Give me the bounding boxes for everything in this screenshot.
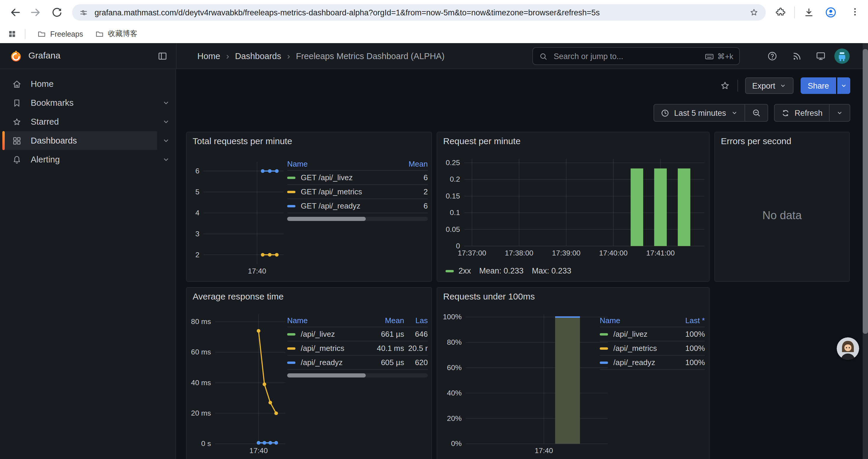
apps-grid-icon[interactable] — [8, 30, 17, 38]
site-settings-icon[interactable] — [79, 8, 88, 17]
bookmark-item[interactable]: 收藏博客 — [95, 29, 137, 39]
page-scrollbar[interactable] — [863, 43, 868, 459]
svg-text:17:39:00: 17:39:00 — [552, 249, 581, 257]
brand-section: Grafana — [0, 43, 177, 68]
series-swatch — [287, 333, 296, 335]
scrollbar-thumb[interactable] — [863, 49, 868, 334]
panel-request-per-minute[interactable]: Request per minute 0.250.20.150.10.05017… — [437, 132, 710, 282]
svg-text:17:37:00: 17:37:00 — [458, 249, 486, 257]
chevron-down-icon — [731, 109, 738, 117]
dock-menu-icon[interactable] — [157, 51, 168, 61]
table-row[interactable]: /api/_metrics100% — [600, 341, 705, 356]
average-response-legend-table: NameMeanLas/api/_livez661 µs646/api/_met… — [287, 314, 428, 378]
sidebar-item-dashboards[interactable]: Dashboards — [2, 131, 157, 150]
legend-series-name[interactable]: 2xx — [459, 266, 471, 275]
table-scrollbar-thumb[interactable] — [287, 373, 366, 378]
legend[interactable]: 2xx Mean: 0.233 Max: 0.233 — [445, 266, 571, 275]
chevron-down-icon — [840, 82, 847, 89]
grafana-logo-icon[interactable] — [9, 50, 23, 63]
time-range-picker[interactable]: Last 5 minutes — [654, 104, 745, 121]
reload-icon[interactable] — [51, 6, 63, 18]
chevron-down-icon[interactable] — [162, 136, 170, 145]
table-row[interactable]: /api/_livez100% — [600, 327, 705, 341]
search-input[interactable] — [553, 51, 700, 61]
news-rss-icon[interactable] — [792, 51, 802, 61]
dashboard-main: Export Share — [176, 69, 868, 459]
download-icon[interactable] — [804, 7, 814, 18]
search-icon — [539, 52, 548, 61]
column-header[interactable]: Mean — [368, 316, 404, 325]
browser-menu-icon[interactable] — [850, 6, 860, 17]
table-row[interactable]: /api/_readyz100% — [600, 356, 705, 370]
breadcrumb-item[interactable]: Dashboards — [235, 51, 281, 61]
browser-toolbar — [0, 0, 868, 25]
table-scrollbar[interactable] — [287, 217, 428, 221]
url-input[interactable] — [93, 7, 749, 18]
table-row[interactable]: /api/_readyz605 µs620 — [287, 356, 428, 370]
table-row[interactable]: GET /api/_livez6 — [287, 171, 428, 185]
legend-swatch — [445, 270, 454, 272]
table-row[interactable]: GET /api/_readyz6 — [287, 199, 428, 213]
breadcrumb-item[interactable]: Home — [197, 51, 220, 61]
export-button[interactable]: Export — [745, 77, 794, 94]
chevron-down-icon — [836, 109, 843, 117]
svg-text:0 s: 0 s — [201, 439, 211, 448]
bookmarks-icon — [12, 98, 22, 108]
folder-icon — [95, 30, 104, 38]
sidebar-item-starred[interactable]: Starred — [2, 112, 157, 131]
sidebar-item-alerting[interactable]: Alerting — [2, 150, 157, 169]
table-row[interactable]: /api/_metrics40.1 ms20.5 r — [287, 341, 428, 356]
refresh-button[interactable]: Refresh — [774, 104, 829, 121]
forward-icon[interactable] — [30, 6, 41, 18]
refresh-interval-button[interactable] — [829, 104, 850, 121]
back-icon[interactable] — [9, 6, 21, 18]
panel-title[interactable]: Errors per second — [721, 136, 791, 146]
column-header[interactable]: Name — [287, 159, 398, 168]
sidebar-item-bookmarks[interactable]: Bookmarks — [2, 93, 157, 112]
share-menu-button[interactable] — [837, 77, 850, 94]
sidebar-item-home[interactable]: Home — [2, 74, 157, 93]
profile-icon[interactable] — [825, 6, 837, 18]
favorite-star-icon[interactable] — [720, 80, 730, 91]
url-bar[interactable] — [72, 4, 766, 21]
table-scrollbar[interactable] — [287, 373, 428, 378]
help-icon[interactable] — [767, 51, 778, 61]
column-header[interactable]: Last * — [674, 316, 705, 325]
no-data-message: No data — [762, 209, 802, 222]
chevron-down-icon[interactable] — [162, 99, 170, 107]
brand-label[interactable]: Grafana — [28, 50, 60, 60]
bookmark-star-icon[interactable] — [749, 8, 759, 17]
column-header[interactable]: Name — [287, 316, 368, 325]
search-box[interactable]: ⌘+k — [532, 47, 740, 65]
svg-text:17:40:00: 17:40:00 — [599, 249, 628, 257]
chevron-down-icon[interactable] — [162, 155, 170, 164]
zoom-out-button[interactable] — [744, 104, 767, 121]
column-header[interactable]: Las — [404, 316, 428, 325]
legend-max: Max: 0.233 — [532, 266, 571, 275]
panel-total-requests[interactable]: Total requests per minute 6543217:40 Nam… — [186, 132, 432, 282]
svg-text:0.15: 0.15 — [446, 192, 460, 200]
panel-average-response-time[interactable]: Average response time 80 ms60 ms40 ms20 … — [186, 287, 432, 459]
panel-requests-under-100ms[interactable]: Requests under 100ms 100%80%60%40%20%0%1… — [437, 287, 710, 459]
sidebar-item-label: Starred — [31, 117, 59, 126]
svg-text:4: 4 — [195, 209, 199, 217]
floating-assistant-avatar[interactable] — [837, 337, 859, 360]
panel-errors-per-second[interactable]: Errors per second No data — [714, 132, 850, 282]
column-header[interactable]: Name — [600, 316, 674, 325]
chevron-down-icon[interactable] — [162, 118, 170, 126]
table-row[interactable]: GET /api/_metrics2 — [287, 185, 428, 199]
series-swatch — [287, 347, 296, 350]
table-scrollbar-thumb[interactable] — [287, 217, 366, 221]
extensions-icon[interactable] — [775, 7, 786, 18]
series-swatch — [287, 176, 296, 179]
column-header[interactable]: Mean — [398, 159, 428, 168]
breadcrumb-item[interactable]: Freeleaps Metrics Dashboard (ALPHA) — [296, 51, 445, 61]
series-swatch — [600, 333, 608, 335]
svg-text:17:41:00: 17:41:00 — [646, 249, 675, 257]
user-avatar[interactable] — [834, 48, 850, 64]
svg-text:17:40: 17:40 — [248, 267, 266, 275]
monitor-icon[interactable] — [815, 51, 826, 61]
table-row[interactable]: /api/_livez661 µs646 — [287, 327, 428, 341]
bookmark-item[interactable]: Freeleaps — [37, 30, 83, 38]
share-button[interactable]: Share — [801, 77, 836, 94]
